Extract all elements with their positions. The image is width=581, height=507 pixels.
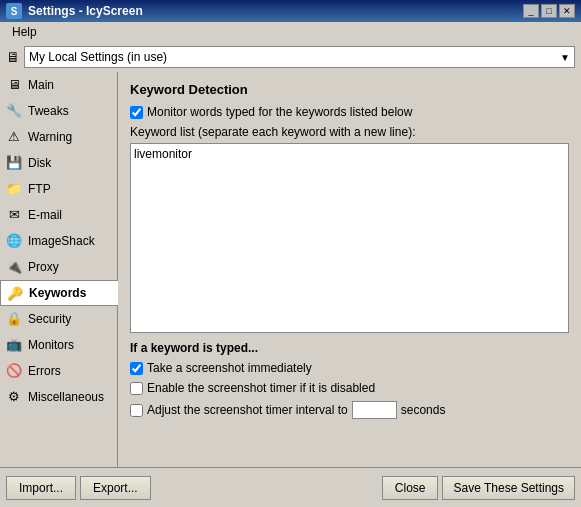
timer-seconds-suffix: seconds <box>401 403 446 417</box>
sidebar-label-proxy: Proxy <box>28 260 59 274</box>
sidebar-label-ftp: FTP <box>28 182 51 196</box>
screenshot-checkbox[interactable] <box>130 362 143 375</box>
ftp-icon: 📁 <box>6 181 22 197</box>
main-layout: 🖥 Main 🔧 Tweaks ⚠ Warning 💾 Disk 📁 FTP ✉… <box>0 72 581 467</box>
sidebar-label-main: Main <box>28 78 54 92</box>
timer-adjust-row: Adjust the screenshot timer interval to … <box>130 401 569 419</box>
maximize-button[interactable]: □ <box>541 4 557 18</box>
security-icon: 🔒 <box>6 311 22 327</box>
timer-seconds-input[interactable] <box>352 401 397 419</box>
sidebar-label-errors: Errors <box>28 364 61 378</box>
sidebar-item-warning[interactable]: ⚠ Warning <box>0 124 117 150</box>
sidebar-label-tweaks: Tweaks <box>28 104 69 118</box>
screenshot-label: Take a screenshot immediately <box>147 361 312 375</box>
sidebar-item-security[interactable]: 🔒 Security <box>0 306 117 332</box>
bottom-left-buttons: Import... Export... <box>6 476 151 500</box>
profile-icon: 🖥 <box>6 49 20 65</box>
sidebar-label-imageshack: ImageShack <box>28 234 95 248</box>
timer-enable-checkbox[interactable] <box>130 382 143 395</box>
imageshack-icon: 🌐 <box>6 233 22 249</box>
sidebar-item-monitors[interactable]: 📺 Monitors <box>0 332 117 358</box>
timer-enable-label: Enable the screenshot timer if it is dis… <box>147 381 375 395</box>
monitor-checkbox-row: Monitor words typed for the keywords lis… <box>130 105 569 119</box>
save-button[interactable]: Save These Settings <box>442 476 575 500</box>
main-icon: 🖥 <box>6 77 22 93</box>
bottom-right-buttons: Close Save These Settings <box>382 476 575 500</box>
sidebar-label-email: E-mail <box>28 208 62 222</box>
profile-label: My Local Settings (in use) <box>29 50 167 64</box>
titlebar: S Settings - IcyScreen _ □ ✕ <box>0 0 581 22</box>
sidebar-item-ftp[interactable]: 📁 FTP <box>0 176 117 202</box>
timer-adjust-checkbox[interactable] <box>130 404 143 417</box>
sidebar-item-miscellaneous[interactable]: ⚙ Miscellaneous <box>0 384 117 410</box>
misc-icon: ⚙ <box>6 389 22 405</box>
close-button[interactable]: Close <box>382 476 439 500</box>
sidebar-label-keywords: Keywords <box>29 286 86 300</box>
content-area: Keyword Detection Monitor words typed fo… <box>118 72 581 467</box>
sidebar-item-errors[interactable]: 🚫 Errors <box>0 358 117 384</box>
app-icon: S <box>6 3 22 19</box>
sidebar-label-warning: Warning <box>28 130 72 144</box>
keywords-icon: 🔑 <box>7 285 23 301</box>
monitor-checkbox[interactable] <box>130 106 143 119</box>
sidebar-label-miscellaneous: Miscellaneous <box>28 390 104 404</box>
menu-help[interactable]: Help <box>6 24 43 40</box>
email-icon: ✉ <box>6 207 22 223</box>
window-controls: _ □ ✕ <box>523 4 575 18</box>
close-button[interactable]: ✕ <box>559 4 575 18</box>
settings-profile-bar: 🖥 My Local Settings (in use) ▼ <box>0 42 581 72</box>
section-title: Keyword Detection <box>130 82 569 97</box>
warning-icon: ⚠ <box>6 129 22 145</box>
sidebar-item-tweaks[interactable]: 🔧 Tweaks <box>0 98 117 124</box>
window-title: Settings - IcyScreen <box>28 4 143 18</box>
sidebar-item-main[interactable]: 🖥 Main <box>0 72 117 98</box>
export-button[interactable]: Export... <box>80 476 151 500</box>
keyword-list-textarea[interactable]: livemonitor <box>130 143 569 333</box>
sidebar-item-email[interactable]: ✉ E-mail <box>0 202 117 228</box>
settings-profile-select[interactable]: My Local Settings (in use) ▼ <box>24 46 575 68</box>
sidebar-item-imageshack[interactable]: 🌐 ImageShack <box>0 228 117 254</box>
monitors-icon: 📺 <box>6 337 22 353</box>
import-button[interactable]: Import... <box>6 476 76 500</box>
monitor-label: Monitor words typed for the keywords lis… <box>147 105 412 119</box>
sidebar-item-disk[interactable]: 💾 Disk <box>0 150 117 176</box>
menubar: Help <box>0 22 581 42</box>
sidebar-label-security: Security <box>28 312 71 326</box>
sidebar-label-disk: Disk <box>28 156 51 170</box>
errors-icon: 🚫 <box>6 363 22 379</box>
sidebar-label-monitors: Monitors <box>28 338 74 352</box>
timer-adjust-label: Adjust the screenshot timer interval to <box>147 403 348 417</box>
minimize-button[interactable]: _ <box>523 4 539 18</box>
proxy-icon: 🔌 <box>6 259 22 275</box>
keyword-list-container: livemonitor <box>130 143 569 333</box>
tweaks-icon: 🔧 <box>6 103 22 119</box>
disk-icon: 💾 <box>6 155 22 171</box>
bottom-bar: Import... Export... Close Save These Set… <box>0 467 581 507</box>
sidebar: 🖥 Main 🔧 Tweaks ⚠ Warning 💾 Disk 📁 FTP ✉… <box>0 72 118 467</box>
if-keyword-title: If a keyword is typed... <box>130 341 569 355</box>
screenshot-checkbox-row: Take a screenshot immediately <box>130 361 569 375</box>
timer-enable-checkbox-row: Enable the screenshot timer if it is dis… <box>130 381 569 395</box>
sidebar-item-proxy[interactable]: 🔌 Proxy <box>0 254 117 280</box>
select-arrow-icon: ▼ <box>560 52 570 63</box>
keyword-list-label: Keyword list (separate each keyword with… <box>130 125 569 139</box>
sidebar-item-keywords[interactable]: 🔑 Keywords <box>0 280 118 306</box>
